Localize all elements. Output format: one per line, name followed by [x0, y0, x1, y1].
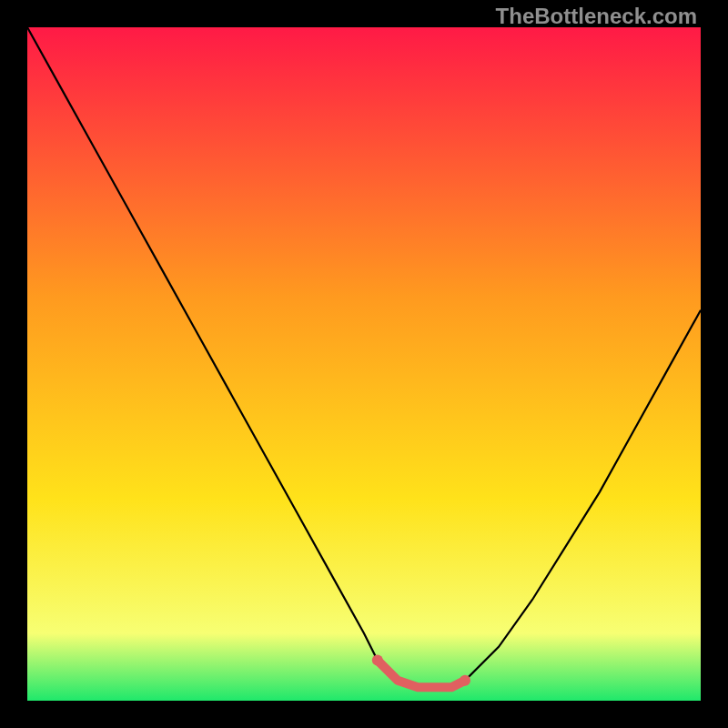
- bottleneck-plot: [27, 27, 701, 701]
- chart-frame: [27, 27, 701, 701]
- trough-end-dot: [460, 675, 470, 686]
- trough-start-dot: [372, 655, 383, 666]
- gradient-background: [27, 27, 701, 701]
- watermark-text: TheBottleneck.com: [496, 4, 697, 29]
